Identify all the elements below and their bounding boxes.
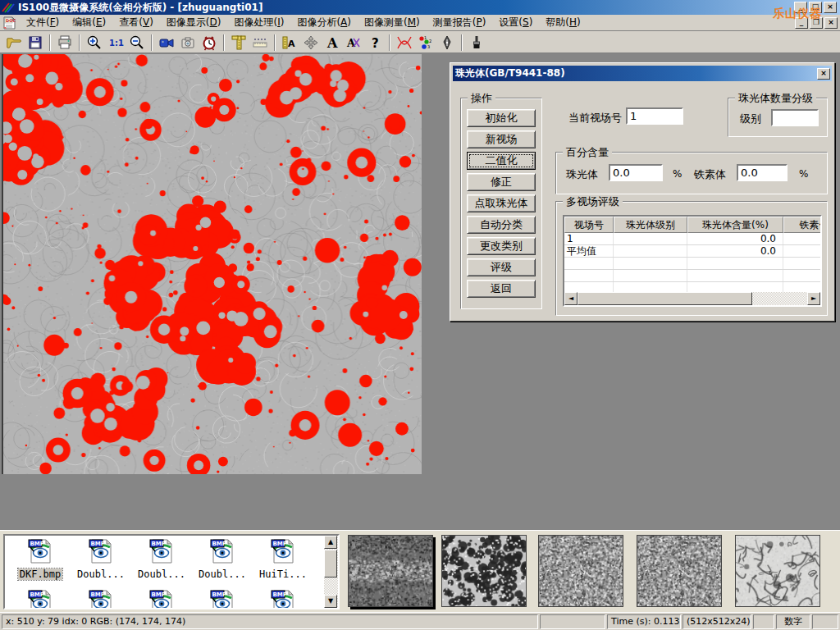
dialog-button-7[interactable]: 评级 <box>467 258 536 276</box>
video-camera-icon[interactable] <box>156 33 177 52</box>
menu-item-6[interactable]: 图像测量(M) <box>358 15 427 30</box>
dialog-button-0[interactable]: 初始化 <box>467 109 536 127</box>
grade-input[interactable] <box>771 109 819 126</box>
svg-text:BMP: BMP <box>212 591 226 598</box>
scroll-down-button[interactable]: ▼ <box>324 595 337 608</box>
file-item-4[interactable]: BMPHuiTi... <box>253 537 313 580</box>
dialog-titlebar[interactable]: 珠光体(GB/T9441-88) × <box>453 66 832 81</box>
dialog-button-4[interactable]: 点取珠光体 <box>467 194 536 212</box>
thumbnail-4[interactable] <box>637 535 722 607</box>
status-coordinates: x: 510 y: 79 idx: 0 RGB: (174, 174, 174) <box>2 614 538 629</box>
micrograph-image[interactable] <box>2 54 422 474</box>
dialog-button-8[interactable]: 返回 <box>467 280 536 298</box>
menu-item-7[interactable]: 测量报告(P) <box>427 15 493 30</box>
child-restore-button[interactable]: ❐ <box>810 17 823 29</box>
ferrite-percent-input[interactable] <box>737 164 788 181</box>
menu-item-4[interactable]: 图像处理(I) <box>227 15 290 30</box>
child-minimize-button[interactable]: _ <box>795 17 808 29</box>
filebox-vscrollbar[interactable]: ▲ ▼ <box>324 536 338 608</box>
dialog-button-3[interactable]: 修正 <box>467 173 536 191</box>
open-file-icon[interactable] <box>3 33 25 52</box>
thumbnail-5[interactable] <box>735 535 820 607</box>
close-button[interactable]: × <box>824 2 837 13</box>
dialog-button-2[interactable]: 二值化 <box>467 152 536 170</box>
file-item-partial-3[interactable]: BMP <box>192 588 253 609</box>
file-item-partial-1[interactable]: BMP <box>71 588 131 609</box>
file-item-1[interactable]: BMPDoubl... <box>71 537 131 580</box>
menu-item-5[interactable]: 图像分析(A) <box>290 15 358 30</box>
file-name: Doubl... <box>197 568 248 580</box>
caliper-icon[interactable] <box>228 33 249 52</box>
toolbar-separator <box>79 34 80 51</box>
file-item-partial-4[interactable]: BMP <box>253 588 313 609</box>
scroll-up-button[interactable]: ▲ <box>324 536 337 549</box>
classify-dots-icon[interactable]: 123 <box>415 33 436 52</box>
table-column-header[interactable]: 视场号 <box>564 217 614 233</box>
table-row[interactable] <box>564 270 820 282</box>
thumbnail-1[interactable] <box>348 535 433 607</box>
file-item-3[interactable]: BMPDoubl... <box>192 537 253 580</box>
table-cell: 1 <box>564 233 614 244</box>
scroll-right-button[interactable]: ► <box>807 292 820 305</box>
table-column-header[interactable]: 珠光体含量(%) <box>687 217 783 233</box>
timer-icon[interactable] <box>199 33 220 52</box>
rating-table[interactable]: 视场号珠光体级别珠光体含量(%)铁素体含量(%) 10.0平均值0.0 ◄ ► <box>563 215 822 307</box>
zoom-in-icon[interactable] <box>84 33 105 52</box>
file-item-0[interactable]: BMPDKF.bmp <box>10 537 71 580</box>
bmp-file-icon: BMP <box>148 537 176 568</box>
thumbnail-3[interactable] <box>538 535 623 607</box>
hscroll-thumb[interactable] <box>578 292 752 305</box>
vscroll-thumb[interactable] <box>324 550 337 578</box>
menu-item-9[interactable]: 帮助(H) <box>539 15 587 30</box>
move-icon[interactable] <box>300 33 322 52</box>
table-row[interactable]: 10.0 <box>564 233 820 245</box>
table-cell: 0.0 <box>687 245 783 257</box>
table-row[interactable] <box>564 258 820 270</box>
pen-icon[interactable] <box>436 33 458 52</box>
table-cell: 0.0 <box>687 233 783 244</box>
table-column-header[interactable]: 铁素体含量(%) <box>783 217 822 233</box>
current-field-input[interactable] <box>626 107 683 125</box>
save-icon[interactable] <box>25 33 46 52</box>
table-row[interactable]: 平均值0.0 <box>564 245 820 258</box>
curve-tool-icon[interactable] <box>394 33 415 52</box>
maximize-button[interactable]: □ <box>809 2 822 13</box>
grade-group: 珠光体数量分级 级别 <box>728 98 828 137</box>
brush-icon[interactable] <box>466 33 487 52</box>
print-icon[interactable] <box>54 33 75 52</box>
thumbnail-2[interactable] <box>441 535 527 607</box>
pearlite-percent-input[interactable] <box>609 164 663 181</box>
menu-item-3[interactable]: 图像显示(D) <box>160 15 228 30</box>
table-column-header[interactable]: 珠光体级别 <box>614 217 687 233</box>
ruler-icon[interactable] <box>249 33 271 52</box>
child-close-button[interactable]: × <box>824 17 838 29</box>
dialog-button-1[interactable]: 新视场 <box>467 130 536 148</box>
bmp-file-icon: BMP <box>148 588 176 609</box>
svg-text:1:1: 1:1 <box>109 39 124 48</box>
minimize-button[interactable]: _ <box>794 2 807 13</box>
menu-item-0[interactable]: 文件(F) <box>20 15 66 30</box>
menu-item-2[interactable]: 查看(V) <box>112 15 160 30</box>
file-name: DKF.bmp <box>18 568 63 580</box>
dialog-button-6[interactable]: 更改类别 <box>467 237 536 255</box>
file-item-partial-2[interactable]: BMP <box>131 588 192 609</box>
menu-item-1[interactable]: 编辑(E) <box>66 15 112 30</box>
file-name: Doubl... <box>136 568 187 580</box>
actual-size-icon[interactable]: 1:1 <box>105 33 126 52</box>
bmp-file-icon: BMP <box>208 588 236 609</box>
dialog-close-button[interactable]: × <box>817 68 830 80</box>
zoom-out-icon[interactable] <box>126 33 148 52</box>
measure-text-icon[interactable]: A <box>279 33 300 52</box>
help-icon[interactable]: ? <box>364 33 386 52</box>
svg-text:BMP: BMP <box>30 541 44 547</box>
dialog-button-5[interactable]: 自动分类 <box>467 216 536 234</box>
menu-item-8[interactable]: 设置(S) <box>492 15 539 30</box>
file-item-2[interactable]: BMPDoubl... <box>131 537 192 580</box>
table-hscrollbar[interactable]: ◄ ► <box>564 292 820 305</box>
file-item-partial-0[interactable]: BMP <box>10 588 71 609</box>
text-icon[interactable]: A <box>322 33 343 52</box>
text-format-icon[interactable]: A <box>343 33 364 52</box>
scroll-left-button[interactable]: ◄ <box>564 292 578 305</box>
window-title: IS100显微摄像系统(金相分析版) - [zhuguangti01] <box>18 1 794 15</box>
camera-icon[interactable] <box>177 33 199 52</box>
